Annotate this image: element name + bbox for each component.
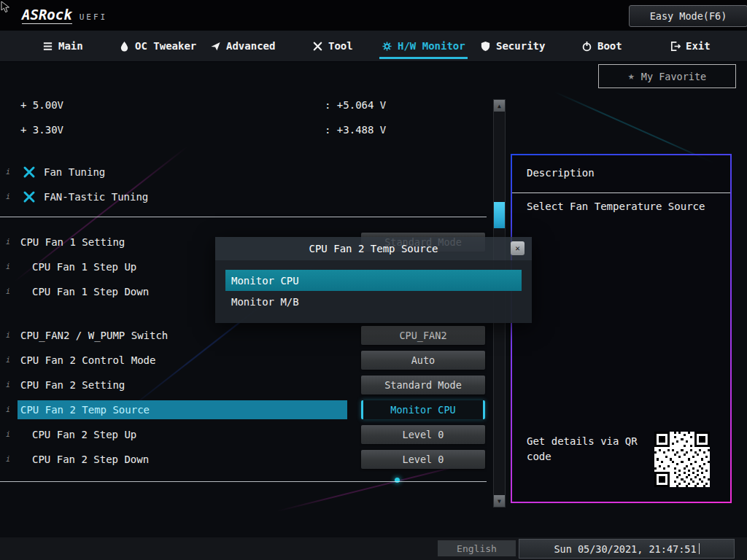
tab-exit[interactable]: Exit bbox=[670, 31, 711, 61]
tab-label: H/W Monitor bbox=[398, 40, 465, 52]
asrock-logo: ASRock UEFI bbox=[22, 7, 107, 24]
fan2-control-mode-value-button[interactable]: Auto bbox=[361, 351, 485, 370]
popup-body: Monitor CPU Monitor M/B bbox=[215, 260, 532, 323]
language-label: English bbox=[457, 543, 497, 554]
voltage-5v-value: : +5.064 V bbox=[325, 98, 386, 112]
info-icon: i bbox=[6, 287, 13, 296]
tab-label: Advanced bbox=[226, 40, 275, 52]
crossed-tools-icon bbox=[22, 165, 36, 179]
voltage-3v-value: : +3.488 V bbox=[325, 122, 386, 137]
info-icon: i bbox=[6, 262, 13, 271]
paper-plane-icon bbox=[210, 41, 221, 52]
uefi-screen: ASRock UEFI Easy Mode(F6) Main OC Tweake… bbox=[0, 0, 747, 560]
popup-option-monitor-cpu[interactable]: Monitor CPU bbox=[225, 270, 522, 291]
option-label: Monitor M/B bbox=[231, 296, 299, 308]
my-favorite-button[interactable]: ★ My Favorite bbox=[598, 64, 736, 88]
close-icon[interactable]: ✕ bbox=[511, 241, 525, 255]
value-label: CPU_FAN2 bbox=[399, 330, 446, 341]
setting-row-fan2-step-down[interactable]: CPU Fan 2 Step Down bbox=[32, 452, 149, 467]
setting-row-fan2-temp-source-selected[interactable]: CPU Fan 2 Temp Source bbox=[18, 400, 347, 419]
star-icon: ★ bbox=[628, 71, 635, 82]
tab-tool[interactable]: Tool bbox=[312, 31, 353, 61]
info-icon: i bbox=[6, 430, 13, 439]
list-icon bbox=[42, 41, 53, 52]
value-label: Monitor CPU bbox=[390, 404, 455, 416]
easy-mode-label: Easy Mode(F6) bbox=[650, 10, 727, 22]
value-label: Level 0 bbox=[403, 429, 444, 440]
fan2-temp-source-value-button[interactable]: Monitor CPU bbox=[361, 400, 485, 419]
footer-bar: English Sun 05/30/2021, 21:47:51 bbox=[0, 537, 747, 560]
info-icon: i bbox=[6, 331, 13, 340]
crossed-tools-icon bbox=[312, 41, 323, 52]
setting-row-cpu-fan1-step-down[interactable]: CPU Fan 1 Step Down bbox=[32, 284, 149, 299]
setting-row-cpu-fan1-step-up[interactable]: CPU Fan 1 Step Up bbox=[32, 260, 136, 274]
fan-tuning-label: Fan Tuning bbox=[44, 166, 105, 178]
setting-row-cpu-fan1-setting[interactable]: CPU Fan 1 Setting bbox=[20, 235, 125, 249]
tab-security[interactable]: Security bbox=[480, 31, 545, 61]
tab-label: Main bbox=[58, 40, 83, 52]
droplet-icon bbox=[119, 41, 130, 52]
logo-uefi-text: UEFI bbox=[80, 12, 108, 22]
exit-icon bbox=[670, 41, 681, 52]
scroll-down-button[interactable]: ▼ bbox=[494, 495, 505, 507]
circuit-trace bbox=[554, 91, 715, 163]
crossed-tools-icon bbox=[22, 190, 36, 204]
tab-oc-tweaker[interactable]: OC Tweaker bbox=[119, 31, 196, 61]
row-label: CPU Fan 2 Temp Source bbox=[20, 404, 150, 416]
voltage-3v-label: + 3.30V bbox=[20, 122, 63, 137]
scroll-up-button[interactable]: ▲ bbox=[494, 100, 505, 112]
value-label: Auto bbox=[411, 354, 436, 366]
my-favorite-label: My Favorite bbox=[641, 71, 706, 82]
tab-boot[interactable]: Boot bbox=[581, 31, 622, 61]
fan-tuning-item[interactable]: Fan Tuning bbox=[22, 164, 105, 180]
setting-row-fan2-switch[interactable]: CPU_FAN2 / W_PUMP Switch bbox=[20, 328, 168, 343]
setting-row-fan2-step-up[interactable]: CPU Fan 2 Step Up bbox=[32, 427, 136, 442]
tab-label: OC Tweaker bbox=[135, 40, 196, 52]
fan2-step-down-value-button[interactable]: Level 0 bbox=[361, 450, 485, 469]
language-button[interactable]: English bbox=[438, 540, 516, 556]
description-text: Select Fan Temperature Source bbox=[527, 201, 705, 212]
fan2-step-up-value-button[interactable]: Level 0 bbox=[361, 425, 485, 444]
info-icon: i bbox=[6, 168, 13, 176]
popup-option-monitor-mb[interactable]: Monitor M/B bbox=[225, 291, 522, 312]
fantastic-tuning-item[interactable]: FAN-Tastic Tuning bbox=[22, 189, 148, 205]
fan2-switch-value-button[interactable]: CPU_FAN2 bbox=[361, 326, 485, 345]
tab-label: Tool bbox=[328, 40, 353, 52]
popup-header: CPU Fan 2 Temp Source ✕ bbox=[215, 237, 532, 260]
info-icon: i bbox=[6, 356, 13, 365]
voltage-5v-label: + 5.00V bbox=[20, 98, 63, 112]
info-icon: i bbox=[6, 381, 13, 389]
tab-label: Boot bbox=[597, 40, 622, 52]
qr-code bbox=[654, 432, 710, 487]
tab-label: Security bbox=[496, 40, 545, 52]
info-icon: i bbox=[6, 455, 13, 464]
datetime-text: Sun 05/30/2021, 21:47:51 bbox=[554, 543, 696, 555]
gear-icon bbox=[382, 41, 392, 52]
setting-row-fan2-setting[interactable]: CPU Fan 2 Setting bbox=[20, 378, 125, 392]
tab-label: Exit bbox=[686, 40, 711, 52]
description-divider bbox=[512, 192, 730, 193]
text-cursor bbox=[699, 543, 700, 554]
qr-code-label: Get details via QR code bbox=[527, 434, 648, 464]
temp-source-popup: CPU Fan 2 Temp Source ✕ Monitor CPU Moni… bbox=[215, 237, 532, 323]
fan2-setting-value-button[interactable]: Standard Mode bbox=[361, 376, 485, 394]
info-icon: i bbox=[6, 405, 13, 414]
power-icon bbox=[581, 41, 592, 52]
description-panel: Description Select Fan Temperature Sourc… bbox=[511, 154, 732, 503]
tab-main[interactable]: Main bbox=[42, 31, 83, 61]
tab-hw-monitor[interactable]: H/W Monitor bbox=[382, 31, 465, 61]
datetime-display: Sun 05/30/2021, 21:47:51 bbox=[519, 539, 735, 559]
tab-advanced[interactable]: Advanced bbox=[210, 31, 275, 61]
section-divider bbox=[0, 217, 487, 217]
fantastic-tuning-label: FAN-Tastic Tuning bbox=[44, 191, 148, 203]
scrollbar-thumb[interactable] bbox=[494, 202, 505, 228]
easy-mode-button[interactable]: Easy Mode(F6) bbox=[629, 5, 747, 27]
shield-icon bbox=[480, 41, 491, 52]
popup-title: CPU Fan 2 Temp Source bbox=[309, 243, 438, 254]
setting-row-fan2-control-mode[interactable]: CPU Fan 2 Control Mode bbox=[20, 353, 155, 368]
logo-text: ASRock bbox=[22, 7, 72, 24]
value-label: Standard Mode bbox=[384, 379, 462, 391]
info-icon: i bbox=[6, 238, 13, 246]
value-label: Level 0 bbox=[403, 454, 444, 465]
nav-bar: Main OC Tweaker Advanced Tool H/W Monito… bbox=[0, 31, 747, 62]
